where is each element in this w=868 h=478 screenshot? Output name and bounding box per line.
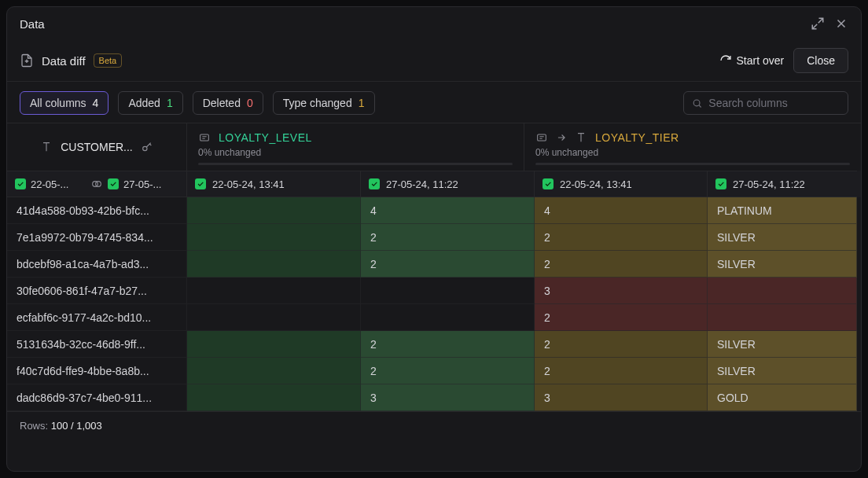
text-type-icon [575, 131, 587, 144]
filter-count: 4 [93, 97, 99, 109]
check-icon [542, 178, 554, 189]
svg-point-1 [142, 146, 146, 150]
table-cell: 41d4a588-0b93-42b6-bfc... [7, 197, 187, 224]
table-row[interactable]: f40c7d6d-ffe9-4bbe-8a8b...22SILVER [7, 358, 861, 384]
column-header-loyalty-tier[interactable]: LOYALTY_TIER 0% unchanged [524, 123, 861, 171]
snapshot-cell: 27-05-24, 11:22 [361, 171, 535, 197]
check-icon [369, 178, 380, 189]
check-icon [108, 178, 119, 189]
table-cell: 2 [361, 251, 535, 278]
column-sublabel: 0% unchanged [535, 147, 850, 158]
svg-point-5 [96, 182, 101, 187]
table-cell: 7e1a9972-0b79-4745-834... [7, 224, 187, 251]
filter-label: All columns [30, 97, 86, 109]
column-header-customer-id[interactable]: CUSTOMER... [7, 123, 187, 171]
search-input[interactable] [708, 97, 840, 109]
number-type-icon [535, 131, 548, 144]
table-cell: PLATINUM [708, 197, 857, 224]
table-cell: dadc86d9-37c7-4be0-911... [7, 384, 187, 411]
toolbar: Data diff Beta Start over Close [7, 40, 861, 82]
column-headers: CUSTOMER... LOYALTY_LEVEL 0% unchanged L… [7, 123, 861, 171]
table-cell: 2 [361, 331, 535, 358]
filter-label: Type changed [283, 97, 352, 109]
footer-prefix: Rows: [20, 420, 48, 432]
table-row[interactable]: 5131634b-32cc-46d8-9ff...22SILVER [7, 331, 861, 358]
column-label: LOYALTY_TIER [595, 131, 679, 144]
snapshot-a: 22-05-24, 13:41 [560, 178, 632, 190]
table-row[interactable]: 41d4a588-0b93-42b6-bfc...44PLATINUM [7, 197, 861, 224]
table-cell [708, 304, 857, 331]
table-cell: SILVER [708, 331, 857, 358]
column-label: LOYALTY_LEVEL [219, 131, 312, 144]
progress-bar [535, 163, 850, 165]
table-cell: bdcebf98-a1ca-4a7b-ad3... [7, 251, 187, 278]
snapshot-id-cell: 22-05-... 27-05-... [7, 171, 187, 197]
filter-added[interactable]: Added 1 [118, 91, 182, 115]
start-over-label: Start over [737, 54, 785, 67]
toolbar-title: Data diff [42, 54, 86, 68]
footer: Rows: 100 / 1,003 [7, 411, 861, 439]
table-cell: f40c7d6d-ffe9-4bbe-8a8b... [7, 358, 187, 384]
filter-count: 1 [167, 97, 173, 109]
close-button[interactable]: Close [793, 48, 848, 73]
table-cell: 5131634b-32cc-46d8-9ff... [7, 331, 187, 358]
table-cell: 30fe0606-861f-47a7-b27... [7, 278, 187, 304]
table-cell [361, 278, 535, 304]
filter-all-columns[interactable]: All columns 4 [20, 91, 108, 115]
filter-type-changed[interactable]: Type changed 1 [273, 91, 375, 115]
table-cell: ecfabf6c-9177-4a2c-bd10... [7, 304, 187, 331]
table-row[interactable]: dadc86d9-37c7-4be0-911...33GOLD [7, 384, 861, 411]
expand-icon[interactable] [811, 17, 825, 31]
filter-count: 0 [247, 97, 253, 109]
snapshot-a: 22-05-24, 13:41 [212, 178, 285, 190]
table-cell [187, 278, 361, 304]
table-cell: 2 [535, 224, 708, 251]
table-cell [708, 278, 857, 304]
titlebar: Data [7, 7, 861, 40]
filter-deleted[interactable]: Deleted 0 [193, 91, 263, 115]
snapshot-cell: 22-05-24, 13:41 [187, 171, 361, 197]
table-cell: 2 [361, 358, 535, 384]
search-input-wrap[interactable] [683, 91, 848, 115]
table-cell: SILVER [708, 224, 857, 251]
table-row[interactable]: ecfabf6c-9177-4a2c-bd10...2 [7, 304, 861, 331]
column-header-loyalty-level[interactable]: LOYALTY_LEVEL 0% unchanged [187, 123, 524, 171]
beta-badge: Beta [94, 53, 123, 68]
filter-label: Deleted [203, 97, 241, 109]
svg-rect-3 [538, 134, 546, 141]
arrow-right-icon [556, 132, 567, 143]
snapshot-header-row: 22-05-... 27-05-... 22-05-24, 13:41 27-0… [7, 171, 861, 197]
close-icon[interactable] [834, 17, 848, 31]
table-row[interactable]: bdcebf98-a1ca-4a7b-ad3...22SILVER [7, 251, 861, 278]
number-type-icon [198, 131, 211, 144]
start-over-button[interactable]: Start over [719, 54, 785, 67]
table-cell: 2 [535, 304, 708, 331]
column-sublabel: 0% unchanged [198, 147, 513, 158]
check-icon [15, 178, 26, 189]
table-cell: 2 [535, 331, 708, 358]
search-icon [692, 97, 702, 109]
compare-icon [90, 178, 103, 190]
table-cell: 4 [361, 197, 535, 224]
snapshot-a-short: 22-05-... [31, 178, 68, 190]
table-row[interactable]: 7e1a9972-0b79-4745-834...22SILVER [7, 224, 861, 251]
table-cell: SILVER [708, 358, 857, 384]
modal: Data Data diff Beta Start over Close [6, 6, 862, 472]
snapshot-cell: 22-05-24, 13:41 [535, 171, 708, 197]
check-icon [195, 178, 206, 189]
table-cell [187, 251, 361, 278]
snapshot-b: 27-05-24, 11:22 [386, 178, 458, 190]
file-diff-icon [20, 53, 34, 68]
table-cell: GOLD [708, 384, 857, 411]
table-body: 41d4a588-0b93-42b6-bfc...44PLATINUM7e1a9… [7, 197, 861, 411]
table-cell: 3 [535, 278, 708, 304]
footer-count: 100 / 1,003 [51, 420, 102, 432]
table-cell [187, 197, 361, 224]
table-cell: 2 [535, 358, 708, 384]
table-cell: 2 [361, 224, 535, 251]
table-cell [187, 224, 361, 251]
table-cell: SILVER [708, 251, 857, 278]
check-icon [715, 178, 726, 189]
table-row[interactable]: 30fe0606-861f-47a7-b27...3 [7, 278, 861, 304]
snapshot-b-short: 27-05-... [123, 178, 161, 190]
